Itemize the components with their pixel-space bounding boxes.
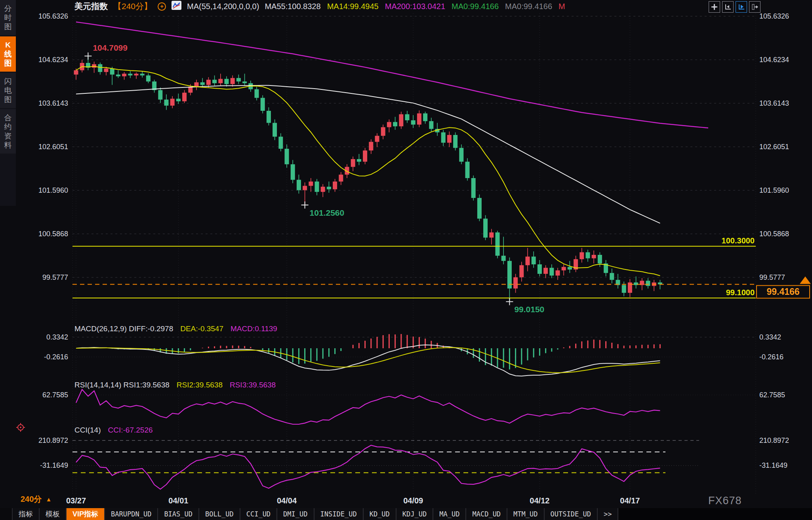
candle-body xyxy=(164,100,169,106)
macd-hist-bar xyxy=(400,334,402,348)
indicator-tab-1[interactable]: 模板 xyxy=(40,508,67,520)
macd-hist-bar xyxy=(509,348,510,370)
macd-hist-bar xyxy=(310,348,311,362)
candle-body xyxy=(556,270,560,275)
candle-body xyxy=(483,218,488,237)
extreme-price-label: 99.0150 xyxy=(514,305,544,314)
candle-body xyxy=(74,70,78,75)
macd-hist-bar xyxy=(250,347,251,348)
cci-header: CCI(14)CCI:-67.2526 xyxy=(74,426,153,435)
macd-hist-bar xyxy=(623,345,625,348)
candle-body xyxy=(549,268,554,276)
macd-hist-bar xyxy=(575,344,576,348)
cci-tick-left: 210.8972 xyxy=(38,436,68,444)
macd-hist-bar xyxy=(521,348,522,364)
indicator-tab-7[interactable]: DMI_UD xyxy=(277,508,314,520)
macd-hist-bar xyxy=(178,348,179,353)
ma200-line xyxy=(76,22,708,128)
candle-body xyxy=(225,79,229,84)
candle-body xyxy=(242,82,247,83)
candle-body xyxy=(441,132,446,142)
chart-application: 分时图K线图闪电图合约资料 美元指数 【240分】 + MA(55,14,200… xyxy=(0,0,812,520)
macd-hist-bar xyxy=(503,348,504,368)
macd-hist-bar xyxy=(202,348,203,348)
indicator-tab-14[interactable]: OUTSIDE_UD xyxy=(545,508,598,520)
indicator-header-segment: RSI2:39.5638 xyxy=(177,381,223,389)
indicator-tab-15[interactable]: >> xyxy=(598,508,618,520)
macd-hist-bar xyxy=(232,345,233,348)
macd-hist-bar xyxy=(358,343,360,348)
candle-body xyxy=(158,90,162,100)
macd-hist-bar xyxy=(238,346,239,348)
candlestick-series xyxy=(74,56,662,302)
chevron-up-icon: ▲ xyxy=(46,496,51,503)
y-axis-tick-left: 105.6326 xyxy=(38,12,68,20)
indicator-header-segment: RSI(14,14,14) RSI1:39.5638 xyxy=(74,381,170,389)
candle-body xyxy=(622,285,626,293)
crosshair-target-icon[interactable] xyxy=(16,423,25,434)
indicator-tab-5[interactable]: BOLL_UD xyxy=(199,508,240,520)
macd-hist-bar xyxy=(220,346,221,348)
indicator-tab-6[interactable]: CCI_UD xyxy=(240,508,277,520)
macd-hist-bar xyxy=(551,348,552,352)
candle-body xyxy=(98,64,102,72)
x-axis-date-label: 03/27 xyxy=(66,496,86,505)
extreme-price-label: 101.2560 xyxy=(310,208,345,217)
indicator-header-segment: RSI3:39.5638 xyxy=(230,381,276,389)
candle-body xyxy=(285,149,289,164)
candle-body xyxy=(598,255,602,264)
extreme-price-label: 104.7099 xyxy=(93,43,128,52)
chart-canvas[interactable]: 105.6326105.6326104.6234104.6234103.6143… xyxy=(0,0,812,520)
candle-body xyxy=(375,136,379,142)
y-axis-tick-left: 103.6143 xyxy=(38,99,68,107)
indicator-tab-8[interactable]: INSIDE_UD xyxy=(315,508,364,520)
x-axis-date-label: 04/17 xyxy=(620,496,640,505)
candle-body xyxy=(140,74,145,75)
candle-body xyxy=(586,252,590,258)
timeframe-selector[interactable]: 240分 ▲ xyxy=(21,494,51,505)
cci-tick-right: -31.1649 xyxy=(759,461,787,469)
candle-body xyxy=(610,273,614,280)
macd-hist-bar xyxy=(389,334,390,348)
y-axis-tick-left: 104.6234 xyxy=(38,56,68,64)
candle-body xyxy=(278,137,283,149)
indicator-tab-4[interactable]: BIAS_UD xyxy=(158,508,199,520)
indicator-tab-2[interactable]: VIP指标 xyxy=(67,508,105,520)
macd-hist-bar xyxy=(214,346,215,348)
candle-body xyxy=(357,159,361,162)
y-axis-tick-left: 102.6051 xyxy=(38,143,68,151)
macd-hist-bar xyxy=(641,345,642,348)
candle-body xyxy=(134,74,139,75)
indicator-tab-13[interactable]: MTM_UD xyxy=(507,508,544,520)
candle-body xyxy=(267,111,271,123)
candle-body xyxy=(399,114,403,127)
candle-body xyxy=(128,74,132,75)
macd-hist-bar xyxy=(660,344,661,348)
candle-body xyxy=(423,114,427,121)
indicator-tab-11[interactable]: MA_UD xyxy=(433,508,466,520)
candle-body xyxy=(315,182,319,192)
indicator-tab-9[interactable]: KD_UD xyxy=(364,508,396,520)
macd-hist-bar xyxy=(563,347,564,348)
macd-hist-bar xyxy=(581,342,582,348)
macd-header: MACD(26,12,9) DIFF:-0.2978DEA:-0.3547MAC… xyxy=(74,325,277,333)
candle-body xyxy=(405,114,410,120)
candle-body xyxy=(206,80,211,85)
rsi-tick-right: 62.7585 xyxy=(759,391,785,399)
rsi-line xyxy=(76,389,660,424)
macd-hist-bar xyxy=(618,344,619,348)
macd-hist-bar xyxy=(208,347,209,348)
x-axis-date-label: 04/04 xyxy=(277,496,297,505)
candle-body xyxy=(297,180,301,190)
indicator-tab-10[interactable]: KDJ_UD xyxy=(396,508,433,520)
candle-body xyxy=(519,265,524,277)
macd-hist-bar xyxy=(268,348,269,353)
candle-body xyxy=(321,187,325,192)
candle-body xyxy=(231,78,235,84)
candle-body xyxy=(526,256,530,265)
indicator-tab-3[interactable]: BARUPDN_UD xyxy=(105,508,158,520)
indicator-tab-12[interactable]: MACD_UD xyxy=(466,508,507,520)
candle-body xyxy=(261,98,265,111)
indicator-tab-0[interactable]: 指标 xyxy=(13,508,40,520)
macd-hist-bar xyxy=(298,348,299,364)
